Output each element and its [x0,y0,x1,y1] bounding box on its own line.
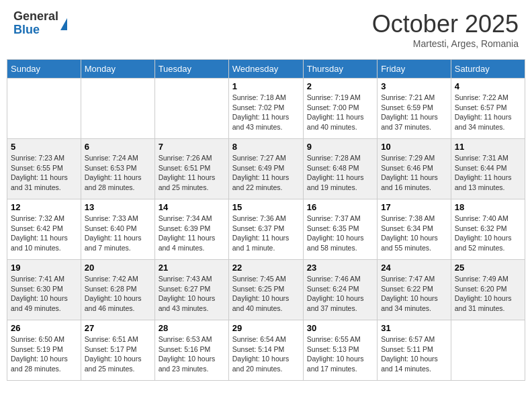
calendar-cell: 17Sunrise: 7:38 AMSunset: 6:34 PMDayligh… [378,199,451,260]
page-header: General Blue October 2025 Martesti, Arge… [7,7,525,52]
day-info: Sunrise: 6:57 AMSunset: 5:11 PMDaylight:… [381,334,447,374]
day-number: 19 [11,263,77,273]
calendar-cell: 7Sunrise: 7:26 AMSunset: 6:51 PMDaylight… [154,139,228,199]
day-number: 9 [307,142,373,152]
weekday-header-saturday: Saturday [451,60,525,79]
calendar-cell: 15Sunrise: 7:36 AMSunset: 6:37 PMDayligh… [228,199,303,260]
calendar-week-row: 12Sunrise: 7:32 AMSunset: 6:42 PMDayligh… [7,199,525,260]
calendar-cell: 2Sunrise: 7:19 AMSunset: 7:00 PMDaylight… [303,79,377,139]
day-number: 2 [307,81,373,91]
calendar-cell: 1Sunrise: 7:18 AMSunset: 7:02 PMDaylight… [228,79,303,139]
calendar-cell: 9Sunrise: 7:28 AMSunset: 6:48 PMDaylight… [303,139,377,199]
day-number: 30 [307,323,373,333]
calendar-cell: 21Sunrise: 7:43 AMSunset: 6:27 PMDayligh… [154,260,228,320]
calendar-cell: 22Sunrise: 7:45 AMSunset: 6:25 PMDayligh… [228,260,303,320]
day-number: 7 [159,142,225,152]
day-info: Sunrise: 7:33 AMSunset: 6:40 PMDaylight:… [85,214,151,253]
weekday-header-tuesday: Tuesday [154,60,228,79]
day-number: 14 [159,202,225,212]
logo-text: General Blue [13,10,58,37]
calendar-cell [154,79,228,139]
day-number: 31 [381,323,447,333]
day-number: 24 [381,263,447,273]
calendar-week-row: 5Sunrise: 7:23 AMSunset: 6:55 PMDaylight… [7,139,525,199]
day-number: 27 [85,323,151,333]
calendar-cell: 11Sunrise: 7:31 AMSunset: 6:44 PMDayligh… [451,139,525,199]
day-info: Sunrise: 7:45 AMSunset: 6:25 PMDaylight:… [232,274,300,314]
day-number: 3 [381,81,447,91]
calendar-cell: 13Sunrise: 7:33 AMSunset: 6:40 PMDayligh… [81,199,154,260]
weekday-header-monday: Monday [81,60,154,79]
day-info: Sunrise: 7:18 AMSunset: 7:02 PMDaylight:… [232,93,300,132]
calendar-cell: 18Sunrise: 7:40 AMSunset: 6:32 PMDayligh… [451,199,525,260]
calendar-cell: 5Sunrise: 7:23 AMSunset: 6:55 PMDaylight… [7,139,81,199]
calendar-cell: 12Sunrise: 7:32 AMSunset: 6:42 PMDayligh… [7,199,81,260]
calendar-week-row: 26Sunrise: 6:50 AMSunset: 5:19 PMDayligh… [7,320,525,381]
day-info: Sunrise: 7:38 AMSunset: 6:34 PMDaylight:… [381,214,447,253]
calendar-cell: 26Sunrise: 6:50 AMSunset: 5:19 PMDayligh… [7,320,81,381]
day-info: Sunrise: 7:34 AMSunset: 6:39 PMDaylight:… [159,214,225,253]
calendar-cell: 29Sunrise: 6:54 AMSunset: 5:14 PMDayligh… [228,320,303,381]
day-number: 21 [159,263,225,273]
calendar-cell: 20Sunrise: 7:42 AMSunset: 6:28 PMDayligh… [81,260,154,320]
day-info: Sunrise: 7:36 AMSunset: 6:37 PMDaylight:… [232,214,300,253]
day-info: Sunrise: 7:46 AMSunset: 6:24 PMDaylight:… [307,274,373,314]
calendar-cell: 4Sunrise: 7:22 AMSunset: 6:57 PMDaylight… [451,79,525,139]
calendar-cell: 14Sunrise: 7:34 AMSunset: 6:39 PMDayligh… [154,199,228,260]
day-number: 22 [232,263,300,273]
calendar-cell: 30Sunrise: 6:55 AMSunset: 5:13 PMDayligh… [303,320,377,381]
location-subtitle: Martesti, Arges, Romania [372,38,519,49]
day-info: Sunrise: 7:40 AMSunset: 6:32 PMDaylight:… [455,214,521,253]
day-number: 8 [232,142,300,152]
day-info: Sunrise: 7:29 AMSunset: 6:46 PMDaylight:… [381,153,447,193]
calendar-cell: 16Sunrise: 7:37 AMSunset: 6:35 PMDayligh… [303,199,377,260]
day-number: 26 [11,323,77,333]
day-info: Sunrise: 7:23 AMSunset: 6:55 PMDaylight:… [11,153,77,193]
day-info: Sunrise: 6:55 AMSunset: 5:13 PMDaylight:… [307,334,373,374]
calendar-cell: 19Sunrise: 7:41 AMSunset: 6:30 PMDayligh… [7,260,81,320]
weekday-header-row: SundayMondayTuesdayWednesdayThursdayFrid… [7,60,525,79]
day-info: Sunrise: 6:51 AMSunset: 5:17 PMDaylight:… [85,334,151,374]
day-info: Sunrise: 7:19 AMSunset: 7:00 PMDaylight:… [307,93,373,132]
calendar-table: SundayMondayTuesdayWednesdayThursdayFrid… [7,59,525,381]
day-info: Sunrise: 7:42 AMSunset: 6:28 PMDaylight:… [85,274,151,314]
day-info: Sunrise: 7:37 AMSunset: 6:35 PMDaylight:… [307,214,373,253]
day-number: 13 [85,202,151,212]
day-number: 28 [159,323,225,333]
day-info: Sunrise: 7:22 AMSunset: 6:57 PMDaylight:… [455,93,521,132]
day-number: 5 [11,142,77,152]
weekday-header-wednesday: Wednesday [228,60,303,79]
day-info: Sunrise: 7:41 AMSunset: 6:30 PMDaylight:… [11,274,77,314]
day-info: Sunrise: 7:21 AMSunset: 6:59 PMDaylight:… [381,93,447,132]
day-info: Sunrise: 7:32 AMSunset: 6:42 PMDaylight:… [11,214,77,253]
logo-blue: Blue [13,24,58,37]
day-info: Sunrise: 7:26 AMSunset: 6:51 PMDaylight:… [159,153,225,193]
day-info: Sunrise: 7:49 AMSunset: 6:20 PMDaylight:… [455,274,521,314]
calendar-cell: 23Sunrise: 7:46 AMSunset: 6:24 PMDayligh… [303,260,377,320]
day-info: Sunrise: 7:27 AMSunset: 6:49 PMDaylight:… [232,153,300,193]
logo-general: General [13,10,58,24]
day-number: 23 [307,263,373,273]
day-info: Sunrise: 7:24 AMSunset: 6:53 PMDaylight:… [85,153,151,193]
title-block: October 2025 Martesti, Arges, Romania [372,10,519,49]
calendar-cell: 24Sunrise: 7:47 AMSunset: 6:22 PMDayligh… [378,260,451,320]
day-number: 1 [232,81,300,91]
weekday-header-sunday: Sunday [7,60,81,79]
logo: General Blue [13,10,67,37]
weekday-header-thursday: Thursday [303,60,377,79]
day-number: 17 [381,202,447,212]
day-number: 11 [455,142,521,152]
logo-triangle-icon [60,18,67,30]
day-number: 20 [85,263,151,273]
calendar-cell: 10Sunrise: 7:29 AMSunset: 6:46 PMDayligh… [378,139,451,199]
day-info: Sunrise: 6:50 AMSunset: 5:19 PMDaylight:… [11,334,77,374]
day-number: 16 [307,202,373,212]
day-info: Sunrise: 6:53 AMSunset: 5:16 PMDaylight:… [159,334,225,374]
calendar-body: 1Sunrise: 7:18 AMSunset: 7:02 PMDaylight… [7,79,525,381]
day-info: Sunrise: 6:54 AMSunset: 5:14 PMDaylight:… [232,334,300,374]
day-number: 12 [11,202,77,212]
calendar-cell: 27Sunrise: 6:51 AMSunset: 5:17 PMDayligh… [81,320,154,381]
day-number: 25 [455,263,521,273]
day-number: 18 [455,202,521,212]
day-info: Sunrise: 7:43 AMSunset: 6:27 PMDaylight:… [159,274,225,314]
